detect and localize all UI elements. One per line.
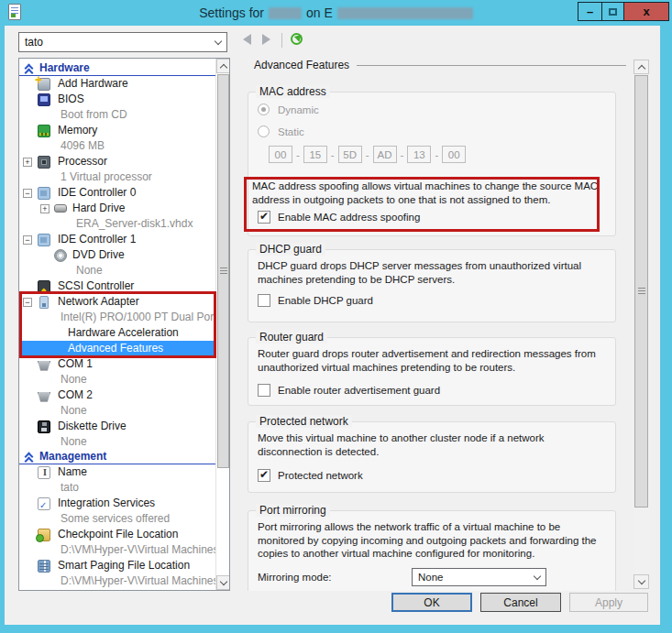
sidebar-item-checkpoint-file-location[interactable]: Checkpoint File Location — [19, 527, 215, 542]
port-mirroring-group: Port mirroringPort mirroring allows the … — [248, 510, 616, 591]
scrollbar-grip-icon — [220, 267, 227, 275]
sidebar-item-label: Add Hardware — [58, 76, 128, 92]
expander-plus-icon[interactable] — [40, 204, 50, 213]
processor-icon — [38, 156, 50, 169]
sidebar-item-com-1[interactable]: COM 1 — [19, 356, 215, 372]
sidebar-item-integration-services[interactable]: Integration Services — [19, 496, 215, 511]
sidebar-item-label: Name — [58, 464, 87, 480]
expander-minus-icon[interactable] — [23, 298, 32, 307]
sidebar-item-bios[interactable]: BIOS — [19, 92, 215, 107]
ide-icon — [38, 187, 50, 200]
dhcp-guard-description: DHCP guard drops DHCP server messages fr… — [258, 259, 610, 286]
sidebar-item-subtext: ERA_Server-disk1.vhdx — [19, 216, 215, 232]
mac-segment-1[interactable]: 00 — [269, 146, 292, 163]
sidebar-item-subtext: Boot from CD — [19, 107, 215, 123]
sidebar-item-label: Hard Drive — [72, 201, 125, 216]
minimize-icon: – — [587, 5, 593, 18]
mac-segment-3[interactable]: 5D — [338, 146, 362, 163]
sidebar-item-sublabel: D:\VM\Hyper-V\Virtual Machines — [61, 542, 219, 558]
chevron-double-up-icon — [25, 64, 33, 74]
bios-icon — [38, 93, 50, 106]
sidebar-item-label: Memory — [58, 123, 97, 138]
refresh-icon[interactable] — [291, 33, 303, 45]
panel-scrollbar[interactable] — [633, 60, 649, 589]
sidebar-item-ide-controller-1[interactable]: IDE Controller 1 — [19, 232, 215, 247]
sidebar-item-diskette-drive[interactable]: Diskette Drive — [19, 419, 215, 434]
sidebar-item-scsi-controller[interactable]: SCSI Controller — [19, 278, 215, 294]
expander-minus-icon[interactable] — [23, 189, 32, 198]
chevron-down-icon — [637, 576, 644, 584]
sidebar-item-hardware-acceleration[interactable]: Hardware Acceleration — [19, 325, 215, 341]
sidebar-item-processor[interactable]: Processor — [19, 154, 215, 169]
sidebar-item-com-2[interactable]: COM 2 — [19, 387, 215, 403]
enable-router-advertisement-guard-checkbox[interactable] — [258, 384, 270, 397]
sidebar-item-label: Diskette Drive — [58, 419, 127, 434]
sidebar-header-hardware[interactable]: Hardware — [19, 61, 215, 76]
com-icon — [38, 389, 50, 402]
scrollbar-thumb[interactable] — [634, 75, 648, 507]
sidebar-item-add-hardware[interactable]: Add Hardware — [19, 76, 215, 92]
sidebar-item-subtext: None — [19, 372, 215, 387]
enable-mac-spoofing-label: Enable MAC address spoofing — [278, 212, 420, 223]
minimize-button[interactable]: – — [578, 2, 601, 21]
close-icon: x — [643, 5, 649, 18]
mirroring-mode-value: None — [418, 572, 534, 583]
scroll-down-button[interactable] — [216, 575, 230, 590]
sidebar-item-hard-drive[interactable]: Hard Drive — [19, 201, 215, 216]
sidebar-item-label: COM 2 — [58, 387, 93, 403]
sidebar-item-label: Network Adapter — [58, 294, 139, 310]
sidebar-item-label: Processor — [58, 154, 107, 169]
sidebar-item-advanced-features[interactable]: Advanced Features — [19, 341, 215, 356]
hard-drive-icon — [54, 204, 67, 213]
sidebar-item-name[interactable]: Name — [19, 464, 215, 480]
sidebar-item-subtext: None — [19, 263, 215, 278]
redacted-host-name — [337, 7, 473, 19]
maximize-button[interactable] — [601, 2, 624, 21]
toolbar-separator — [281, 33, 282, 48]
sidebar-item-label: SCSI Controller — [58, 278, 134, 294]
close-button[interactable]: x — [624, 2, 669, 21]
sidebar-item-subtext: tato — [19, 480, 215, 496]
scrollbar-thumb[interactable] — [217, 74, 229, 468]
sidebar-item-dvd-drive[interactable]: DVD Drive — [19, 247, 215, 263]
dynamic-radio[interactable] — [258, 104, 270, 115]
sidebar-item-sublabel: None — [61, 434, 87, 450]
chevron-double-up-icon — [25, 453, 33, 463]
mac-segment-2[interactable]: 15 — [303, 146, 327, 163]
mirroring-mode-select[interactable]: None — [412, 568, 546, 586]
expander-plus-icon[interactable] — [23, 158, 32, 167]
protected-network-checkbox[interactable] — [258, 469, 270, 482]
sidebar-header-management[interactable]: Management — [19, 450, 215, 464]
mac-segment-5[interactable]: 13 — [407, 146, 431, 163]
ok-button[interactable]: OK — [391, 593, 472, 612]
enable-mac-spoofing-checkbox[interactable] — [258, 211, 270, 224]
sidebar-item-smart-paging-file-location[interactable]: Smart Paging File Location — [19, 558, 215, 573]
sidebar-item-label: Advanced Features — [68, 341, 163, 356]
mac-segment-4[interactable]: AD — [373, 146, 397, 163]
dynamic-radio-label: Dynamic — [278, 104, 319, 115]
sidebar-item-ide-controller-0[interactable]: IDE Controller 0 — [19, 185, 215, 201]
apply-button[interactable]: Apply — [569, 593, 648, 612]
title-prefix: Settings for — [199, 5, 264, 20]
redacted-vm-name — [269, 7, 302, 19]
router-guard-description: Router guard drops router advertisement … — [258, 347, 610, 374]
scroll-down-button[interactable] — [633, 574, 649, 589]
static-radio[interactable] — [258, 126, 270, 137]
vm-selector[interactable]: tato — [18, 32, 227, 52]
mac-segment-6[interactable]: 00 — [442, 146, 466, 163]
enable-dhcp-guard-checkbox[interactable] — [258, 294, 270, 307]
back-button[interactable] — [243, 34, 251, 45]
diskette-icon — [38, 420, 50, 433]
protected-network-group-label: Protected network — [256, 415, 352, 428]
window-title: Settings for on E — [0, 0, 672, 26]
sidebar-scrollbar[interactable] — [215, 59, 229, 590]
scroll-up-button[interactable] — [216, 59, 230, 73]
sidebar-item-memory[interactable]: Memory — [19, 123, 215, 138]
scroll-up-button[interactable] — [633, 60, 649, 74]
mac-address-fields: 00- 15- 5D- AD- 13- 00 — [269, 146, 466, 163]
sidebar-item-network-adapter[interactable]: Network Adapter — [19, 294, 215, 310]
cancel-button[interactable]: Cancel — [480, 593, 561, 612]
static-radio-label: Static — [278, 126, 304, 137]
expander-minus-icon[interactable] — [23, 235, 32, 245]
forward-button[interactable] — [262, 34, 270, 45]
